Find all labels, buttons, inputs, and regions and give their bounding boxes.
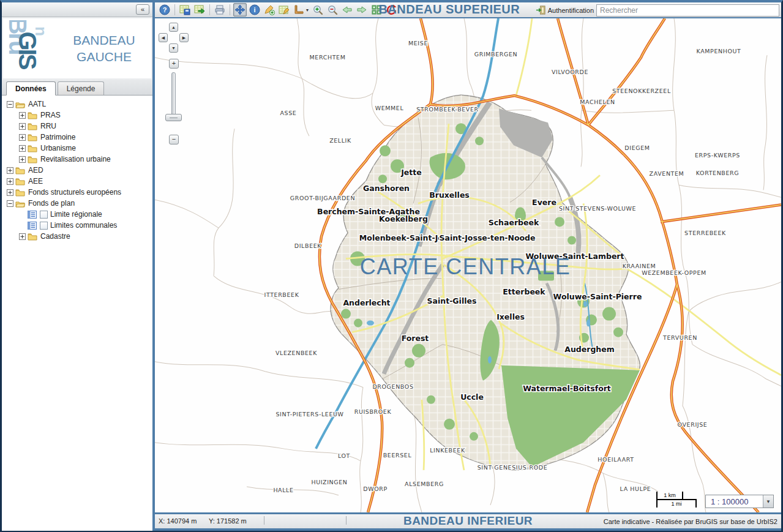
tree-item-label: Limites communales	[50, 221, 117, 230]
expand-icon[interactable]	[19, 134, 26, 141]
map-label: WEZEMBEEK-OPPEM	[642, 269, 706, 276]
map-label: ZELLIK	[329, 137, 351, 144]
tree-item-label: Patrimoine	[40, 133, 75, 141]
collapse-icon[interactable]	[7, 200, 13, 207]
folder-open-icon	[15, 199, 26, 208]
print-icon[interactable]	[213, 3, 227, 17]
tab-donnees[interactable]: Données	[6, 81, 56, 96]
tree-item-label: Revitalisation urbaine	[40, 155, 111, 163]
tab-legende[interactable]: Légende	[58, 81, 105, 95]
statusbar: X: 140794 m Y: 171582 m BANDEAU INFERIEU…	[155, 512, 781, 531]
tree-item[interactable]: AEE	[2, 176, 152, 187]
caret-down-icon[interactable]: ▾	[306, 7, 309, 13]
map-label: KAMPENHOUT	[697, 48, 741, 54]
tree-item[interactable]: PRAS	[2, 110, 152, 121]
map-label: HUIZINGEN	[311, 479, 347, 485]
folder-icon	[15, 166, 26, 174]
layer-checkbox[interactable]	[40, 222, 48, 230]
expand-icon[interactable]	[19, 156, 26, 163]
map-label: SINT-STEVENS-WOLUWE	[559, 205, 636, 212]
tree-item[interactable]: Fonds structurels européens	[2, 187, 152, 198]
map-label: KORTENBERG	[696, 170, 739, 176]
tree-item[interactable]: Limites communales	[2, 220, 152, 231]
tree-item-label: AED	[28, 166, 43, 174]
next-extent-icon[interactable]	[355, 3, 369, 17]
tree-item[interactable]: Patrimoine	[2, 132, 152, 143]
map-label: MEISE	[408, 40, 428, 47]
tree-item[interactable]: Revitalisation urbaine	[2, 154, 152, 165]
zoom-in-button[interactable]: +	[169, 59, 179, 69]
layer-checkbox[interactable]	[40, 211, 48, 219]
expand-icon[interactable]	[19, 123, 26, 130]
expand-icon[interactable]	[19, 145, 26, 152]
sidebar-title-line1: BANDEAU	[57, 32, 151, 48]
expand-icon[interactable]	[19, 233, 26, 240]
layer-icon	[28, 221, 38, 230]
tree-item[interactable]: Cadastre	[2, 231, 152, 242]
authentification-button[interactable]: Authentification	[536, 5, 594, 15]
help-icon[interactable]: ?	[158, 3, 171, 17]
svg-text:?: ?	[163, 6, 167, 13]
pan-up-button[interactable]: ▲	[169, 23, 178, 32]
draw-icon[interactable]	[263, 3, 276, 17]
zoom-slider-track[interactable]	[171, 72, 176, 120]
map-label: Ixelles	[496, 312, 525, 321]
map-label: VLEZENBEEK	[275, 350, 317, 356]
map-label: Saint-Josse-ten-Noode	[439, 233, 535, 242]
map-area: MEISEMERCHTEMGRIMBERGENVILVOORDEKAMPENHO…	[155, 18, 781, 512]
pan-down-button[interactable]: ▼	[169, 43, 178, 53]
expand-icon[interactable]	[7, 167, 13, 174]
map-label: LA HULPE	[620, 485, 651, 492]
scale-select[interactable]: 1 : 100000 ▼	[705, 495, 774, 508]
export-map-icon[interactable]	[193, 3, 206, 17]
map-label: SINT-GENESIUS-RODE	[478, 464, 548, 471]
expand-icon[interactable]	[7, 178, 13, 185]
map-label: RUISBROEK	[354, 408, 392, 415]
zoom-in-icon[interactable]	[311, 3, 324, 17]
info-icon[interactable]: i	[248, 3, 261, 17]
statusbar-separator	[346, 516, 347, 525]
folder-icon	[28, 155, 38, 163]
tree-item[interactable]: AED	[2, 165, 152, 176]
authentification-label: Authentification	[548, 7, 594, 14]
folder-icon	[28, 232, 38, 241]
map-label: KRAAINEM	[623, 262, 656, 269]
measure-icon[interactable]	[292, 3, 305, 17]
tree-item[interactable]: Fonds de plan	[2, 198, 152, 209]
tree-item-label: Cadastre	[40, 232, 70, 241]
expand-icon[interactable]	[7, 189, 13, 196]
map-label: ITTERBEEK	[264, 291, 299, 298]
tree-item[interactable]: AATL	[2, 99, 152, 110]
zoom-out-icon[interactable]	[326, 3, 339, 17]
zoom-slider-handle[interactable]	[165, 114, 182, 121]
expand-icon[interactable]	[19, 112, 26, 119]
edit-map-icon[interactable]	[277, 3, 291, 17]
tree-item[interactable]: Limite régionale	[2, 209, 152, 220]
pan-icon[interactable]	[233, 3, 247, 17]
main-column: ?i▾ BANDEAU SUPERIEUR Authentification	[155, 2, 781, 531]
sidebar-collapse-button[interactable]: «	[136, 4, 149, 15]
previous-extent-icon[interactable]	[340, 3, 354, 17]
tree-item-label: AEE	[28, 177, 43, 185]
tree-item[interactable]: Urbanisme	[2, 143, 152, 154]
map-label: Watermael-Boitsfort	[523, 384, 611, 393]
save-map-icon[interactable]	[178, 3, 192, 17]
map-label: OVERIJSE	[678, 421, 708, 428]
tree-item-label: Urbanisme	[40, 144, 76, 152]
zoom-out-button[interactable]: −	[169, 135, 179, 144]
map-label: BEERSEL	[383, 452, 412, 459]
pan-right-button[interactable]: ▶	[179, 33, 189, 42]
tree-item[interactable]: RRU	[2, 121, 152, 132]
collapse-icon[interactable]	[7, 101, 13, 108]
search-input[interactable]	[596, 4, 779, 17]
map-label: Bruxelles	[429, 190, 470, 200]
bottom-banner-title: BANDEAU INFERIEUR	[403, 514, 533, 528]
center-title-text: CARTE CENTRALE	[360, 253, 571, 279]
map-canvas[interactable]: MEISEMERCHTEMGRIMBERGENVILVOORDEKAMPENHO…	[155, 18, 781, 512]
chevron-down-icon[interactable]: ▼	[763, 495, 773, 508]
scale-value: 1 : 100000	[706, 497, 763, 506]
map-label: ASSE	[280, 110, 297, 116]
layer-icon	[28, 210, 38, 219]
pan-left-button[interactable]: ◀	[159, 33, 168, 42]
tree-item-label: Fonds structurels européens	[28, 188, 121, 197]
